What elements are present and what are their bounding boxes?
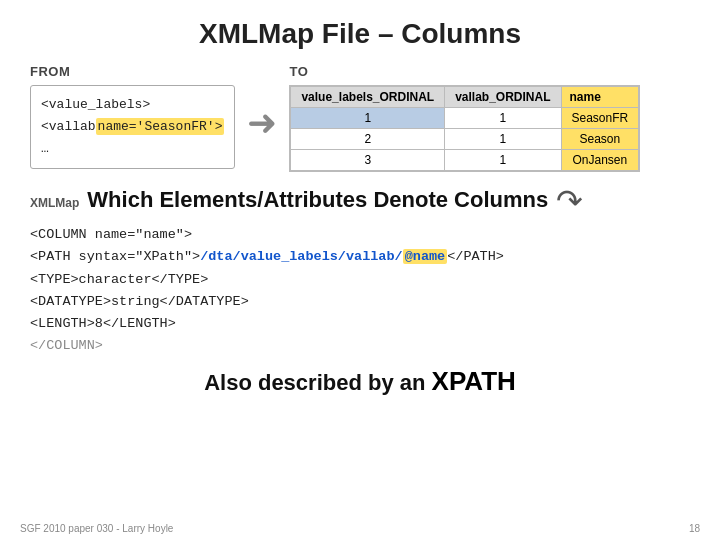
- page-title: XMLMap File – Columns: [0, 0, 720, 60]
- cell-r2c2: 1: [445, 129, 561, 150]
- from-line3: …: [41, 141, 49, 156]
- table-row: 2 1 Season: [291, 129, 639, 150]
- code-datatype-line: <DATATYPE>string</DATATYPE>: [30, 291, 690, 313]
- curved-arrow-icon: ↷: [556, 182, 583, 220]
- cell-r2c3: Season: [561, 129, 639, 150]
- from-line2-pre: <vallab: [41, 119, 96, 134]
- table-row: 1 1 SeasonFR: [291, 108, 639, 129]
- cell-r3c1: 3: [291, 150, 445, 171]
- col-header-1: value_labels_ORDINAL: [291, 87, 445, 108]
- from-line1: <value_labels>: [41, 97, 150, 112]
- also-described: Also described by an XPATH: [0, 366, 720, 397]
- code-length-line: <LENGTH>8</LENGTH>: [30, 313, 690, 335]
- cell-r3c3: OnJansen: [561, 150, 639, 171]
- footer: SGF 2010 paper 030 - Larry Hoyle 18: [0, 523, 720, 534]
- cell-r1c1: 1: [291, 108, 445, 129]
- col-header-2: vallab_ORDINAL: [445, 87, 561, 108]
- code-path-line: <PATH syntax="XPath">/dta/value_labels/v…: [30, 246, 690, 268]
- footer-left: SGF 2010 paper 030 - Larry Hoyle: [20, 523, 173, 534]
- from-box: <value_labels> <vallabname='SeasonFR'> …: [30, 85, 235, 169]
- cell-r3c2: 1: [445, 150, 561, 171]
- to-table: value_labels_ORDINAL vallab_ORDINAL name…: [289, 85, 640, 172]
- which-elements-text: Which Elements/Attributes Denote Columns: [87, 187, 548, 213]
- also-described-pre: Also described by an: [204, 370, 431, 395]
- from-line2-highlight: name='SeasonFR'>: [96, 118, 225, 135]
- code-block: <COLUMN name="name"> <PATH syntax="XPath…: [30, 224, 690, 358]
- table-row: 3 1 OnJansen: [291, 150, 639, 171]
- xpath-bold: XPATH: [432, 366, 516, 396]
- cell-r2c1: 2: [291, 129, 445, 150]
- cell-r1c2: 1: [445, 108, 561, 129]
- code-path-post: </PATH>: [447, 249, 504, 264]
- code-path-pre: <PATH syntax="XPath">: [30, 249, 200, 264]
- to-label: TO: [289, 64, 308, 79]
- right-arrow-icon: ➜: [247, 102, 277, 144]
- from-label: FROM: [30, 64, 70, 79]
- col-header-3: name: [561, 87, 639, 108]
- xmlmap-label: XMLMap: [30, 196, 79, 210]
- footer-right: 18: [689, 523, 700, 534]
- cell-r1c3: SeasonFR: [561, 108, 639, 129]
- code-type-line: <TYPE>character</TYPE>: [30, 269, 690, 291]
- code-path-blue: /dta/value_labels/vallab/: [200, 249, 403, 264]
- code-end-column-line: </COLUMN>: [30, 335, 690, 357]
- code-path-highlight: @name: [403, 249, 448, 264]
- code-column-line: <COLUMN name="name">: [30, 224, 690, 246]
